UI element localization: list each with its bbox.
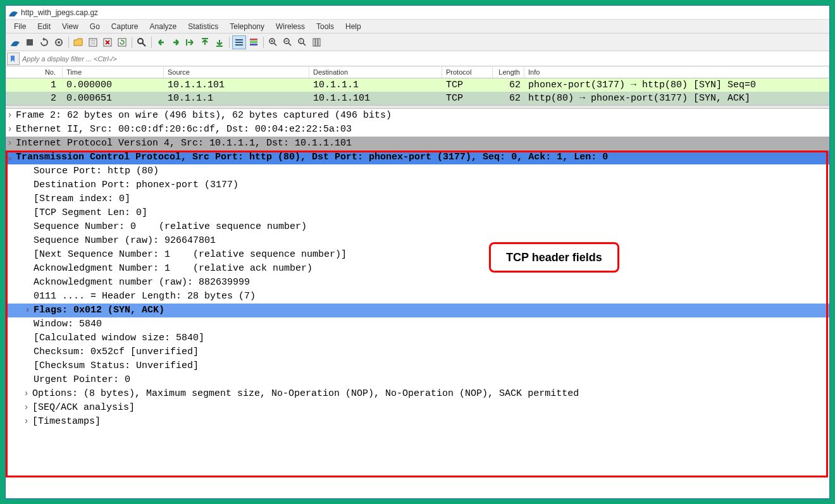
col-header-info[interactable]: Info — [524, 66, 829, 78]
bookmark-filter-icon[interactable] — [7, 52, 20, 65]
svg-rect-18 — [250, 44, 257, 46]
packet-row-selected[interactable]: 2 0.000651 10.1.1.1 10.1.1.101 TCP 62 ht… — [6, 92, 829, 105]
svg-rect-17 — [250, 41, 257, 43]
detail-ip[interactable]: ›Internet Protocol Version 4, Src: 10.1.… — [6, 137, 829, 151]
open-file-icon[interactable] — [71, 35, 85, 49]
cell-no: 1 — [6, 80, 63, 90]
annotation-label: TCP header fields — [489, 242, 619, 273]
svg-rect-14 — [235, 42, 243, 43]
menu-bar: File Edit View Go Capture Analyze Statis… — [6, 20, 829, 34]
colorize-icon[interactable] — [247, 35, 261, 49]
col-header-protocol[interactable]: Protocol — [442, 66, 493, 78]
svg-rect-11 — [202, 38, 208, 39]
cell-src: 10.1.1.101 — [164, 80, 309, 90]
cell-info: http(80) → phonex-port(3177) [SYN, ACK] — [524, 93, 829, 104]
svg-rect-25 — [318, 39, 320, 46]
display-filter-input[interactable] — [20, 52, 828, 65]
cell-time: 0.000651 — [63, 93, 164, 104]
stop-capture-icon[interactable] — [23, 35, 37, 49]
svg-rect-5 — [90, 42, 96, 42]
go-last-icon[interactable] — [213, 35, 226, 49]
detail-eth-text: Ethernet II, Src: 00:c0:df:20:6c:df, Dst… — [16, 124, 352, 135]
col-header-time[interactable]: Time — [63, 66, 164, 78]
cell-len: 62 — [493, 93, 524, 104]
col-header-source[interactable]: Source — [164, 66, 309, 78]
packet-list-pane: No. Time Source Destination Protocol Len… — [6, 66, 829, 105]
menu-statistics[interactable]: Statistics — [182, 20, 224, 33]
svg-point-2 — [58, 41, 60, 44]
auto-scroll-icon[interactable] — [232, 35, 246, 49]
col-header-no[interactable]: No. — [6, 66, 63, 78]
zoom-out-icon[interactable] — [281, 35, 295, 49]
go-to-packet-icon[interactable] — [183, 35, 197, 49]
menu-telephony[interactable]: Telephony — [224, 20, 270, 33]
menu-file[interactable]: File — [8, 20, 32, 33]
menu-analyze[interactable]: Analyze — [144, 20, 183, 33]
svg-rect-23 — [313, 39, 315, 46]
col-header-length[interactable]: Length — [493, 66, 524, 78]
packet-list-header: No. Time Source Destination Protocol Len… — [6, 66, 829, 78]
svg-rect-24 — [316, 39, 318, 46]
packet-details-pane: ›Frame 2: 62 bytes on wire (496 bits), 6… — [6, 109, 829, 498]
zoom-reset-icon[interactable]: 1 — [295, 35, 309, 49]
svg-text:1: 1 — [300, 39, 302, 43]
toolbar-separator — [263, 37, 264, 48]
detail-ip-text: Internet Protocol Version 4, Src: 10.1.1… — [16, 138, 352, 149]
toolbar-separator — [68, 37, 69, 48]
col-header-destination[interactable]: Destination — [309, 66, 442, 78]
toolbar-separator — [151, 37, 152, 48]
cell-dst: 10.1.1.101 — [309, 93, 442, 104]
go-back-icon[interactable] — [154, 35, 168, 49]
cell-len: 62 — [493, 80, 524, 90]
detail-frame-text: Frame 2: 62 bytes on wire (496 bits), 62… — [16, 110, 392, 121]
svg-rect-10 — [186, 39, 187, 46]
start-capture-icon[interactable] — [8, 35, 22, 49]
reload-file-icon[interactable] — [115, 35, 129, 49]
go-forward-icon[interactable] — [169, 35, 183, 49]
detail-frame[interactable]: ›Frame 2: 62 bytes on wire (496 bits), 6… — [6, 109, 829, 123]
close-file-icon[interactable] — [101, 35, 114, 49]
display-filter-bar — [6, 51, 829, 66]
annotation-outline — [6, 151, 828, 477]
svg-rect-16 — [250, 39, 257, 40]
shark-fin-icon — [8, 8, 18, 18]
menu-tools[interactable]: Tools — [311, 20, 340, 33]
window-title: http_with_jpegs.cap.gz — [21, 8, 98, 17]
options-icon[interactable] — [52, 35, 66, 49]
cell-info: phonex-port(3177) → http(80) [SYN] Seq=0 — [524, 80, 829, 90]
menu-wireless[interactable]: Wireless — [270, 20, 311, 33]
svg-rect-0 — [27, 39, 33, 46]
menu-go[interactable]: Go — [84, 20, 106, 33]
svg-rect-4 — [90, 40, 96, 40]
restart-capture-icon[interactable] — [37, 35, 51, 49]
cell-no: 2 — [6, 93, 63, 104]
go-first-icon[interactable] — [198, 35, 212, 49]
detail-ethernet[interactable]: ›Ethernet II, Src: 00:c0:df:20:6c:df, Ds… — [6, 123, 829, 137]
svg-rect-15 — [235, 44, 243, 46]
toolbar-separator — [229, 37, 230, 48]
cell-proto: TCP — [442, 80, 493, 90]
svg-rect-12 — [216, 46, 223, 47]
svg-rect-6 — [90, 44, 96, 44]
main-toolbar: 1 — [6, 34, 829, 51]
cell-dst: 10.1.1.1 — [309, 80, 442, 90]
svg-point-9 — [138, 39, 143, 44]
packet-row[interactable]: 1 0.000000 10.1.1.101 10.1.1.1 TCP 62 ph… — [6, 78, 829, 92]
save-file-icon[interactable] — [86, 35, 100, 49]
cell-proto: TCP — [442, 93, 493, 104]
menu-edit[interactable]: Edit — [32, 20, 56, 33]
menu-capture[interactable]: Capture — [106, 20, 144, 33]
title-bar: http_with_jpegs.cap.gz — [6, 6, 829, 20]
find-packet-icon[interactable] — [135, 35, 149, 49]
cell-src: 10.1.1.1 — [164, 93, 309, 104]
cell-time: 0.000000 — [63, 80, 164, 90]
svg-rect-13 — [235, 39, 243, 40]
wireshark-window: http_with_jpegs.cap.gz File Edit View Go… — [5, 5, 830, 499]
toolbar-separator — [132, 37, 132, 48]
zoom-in-icon[interactable] — [266, 35, 280, 49]
menu-help[interactable]: Help — [340, 20, 367, 33]
menu-view[interactable]: View — [56, 20, 84, 33]
resize-columns-icon[interactable] — [310, 35, 324, 49]
